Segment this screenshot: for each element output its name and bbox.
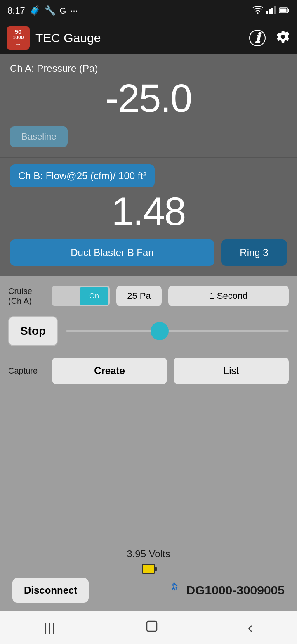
bottom-section: 3.95 Volts Disconnect DG1000-3009005 [0, 536, 297, 611]
nav-menu-icon[interactable]: ||| [32, 617, 68, 639]
cruise-label: Cruise(Ch A) [8, 286, 45, 306]
ring-button[interactable]: Ring 3 [221, 239, 287, 266]
g-icon: G [60, 6, 66, 16]
wifi-icon [252, 5, 263, 16]
stop-button[interactable]: Stop [8, 316, 58, 346]
controls-area: Cruise(Ch A) On 25 Pa 1 Second Stop Capt… [0, 276, 297, 536]
list-button[interactable]: List [174, 358, 289, 384]
capture-row: Capture Create List [8, 358, 289, 384]
app-icon-bottom: 1000 [13, 35, 24, 40]
device-name: DG1000-3009005 [186, 583, 285, 597]
slider-thumb[interactable] [151, 322, 169, 340]
disconnect-button[interactable]: Disconnect [12, 578, 89, 603]
svg-rect-3 [271, 8, 273, 14]
app-bar: 50 1000 → TEC Gauge ℹ [0, 21, 297, 54]
svg-rect-8 [147, 621, 157, 631]
app-bar-icons: ℹ [249, 29, 290, 47]
cruise-toggle[interactable]: On [52, 286, 110, 306]
briefcase-icon: 🧳 [29, 5, 40, 16]
signal-icon [266, 5, 276, 16]
duct-blaster-button[interactable]: Duct Blaster B Fan [10, 239, 214, 266]
wrench-icon: 🔧 [45, 5, 56, 16]
channel-b-value: 1.48 [10, 192, 287, 231]
baseline-button[interactable]: Baseline [10, 126, 68, 147]
stop-row: Stop [8, 316, 289, 346]
app-title: TEC Gauge [35, 31, 243, 45]
device-row: DG1000-3009005 [168, 581, 285, 600]
toggle-on-label: On [80, 287, 108, 305]
channel-a-value: -25.0 [10, 78, 287, 118]
slider-container[interactable] [66, 321, 289, 341]
channel-b-buttons: Duct Blaster B Fan Ring 3 [10, 239, 287, 266]
status-right [252, 5, 290, 16]
bottom-row-actions: Disconnect DG1000-3009005 [8, 578, 289, 603]
pa-button[interactable]: 25 Pa [116, 286, 162, 306]
slider-track [66, 330, 289, 332]
app-icon-top: 50 [15, 28, 22, 36]
svg-rect-1 [266, 11, 268, 14]
status-time: 8:17 [7, 5, 25, 16]
channel-a-panel: Ch A: Pressure (Pa) -25.0 Baseline [0, 54, 297, 158]
create-button[interactable]: Create [52, 358, 167, 384]
channel-b-header[interactable]: Ch B: Flow@25 (cfm)/ 100 ft² [10, 164, 155, 187]
svg-rect-4 [274, 6, 276, 14]
battery-indicator [142, 564, 155, 574]
svg-rect-2 [269, 9, 271, 14]
channel-b-panel: Ch B: Flow@25 (cfm)/ 100 ft² 1.48 Duct B… [0, 158, 297, 276]
more-icon: ··· [70, 5, 78, 16]
nav-home-icon[interactable] [132, 615, 172, 641]
nav-back-icon[interactable]: ‹ [236, 615, 265, 641]
volts-display: 3.95 Volts [127, 548, 170, 560]
channel-a-label: Ch A: Pressure (Pa) [10, 63, 287, 74]
status-bar: 8:17 🧳 🔧 G ··· [0, 0, 297, 21]
capture-label: Capture [8, 366, 45, 376]
battery-status-icon [279, 5, 290, 16]
info-button[interactable]: ℹ [249, 30, 266, 46]
status-left: 8:17 🧳 🔧 G ··· [7, 5, 78, 16]
svg-point-0 [257, 12, 258, 14]
nav-bar: ||| ‹ [0, 611, 297, 644]
second-button[interactable]: 1 Second [168, 286, 289, 306]
svg-rect-7 [288, 9, 289, 12]
bluetooth-icon [168, 581, 180, 600]
settings-button[interactable] [276, 29, 290, 47]
svg-rect-6 [280, 9, 287, 12]
cruise-row: Cruise(Ch A) On 25 Pa 1 Second [8, 286, 289, 306]
app-icon: 50 1000 → [7, 26, 30, 50]
